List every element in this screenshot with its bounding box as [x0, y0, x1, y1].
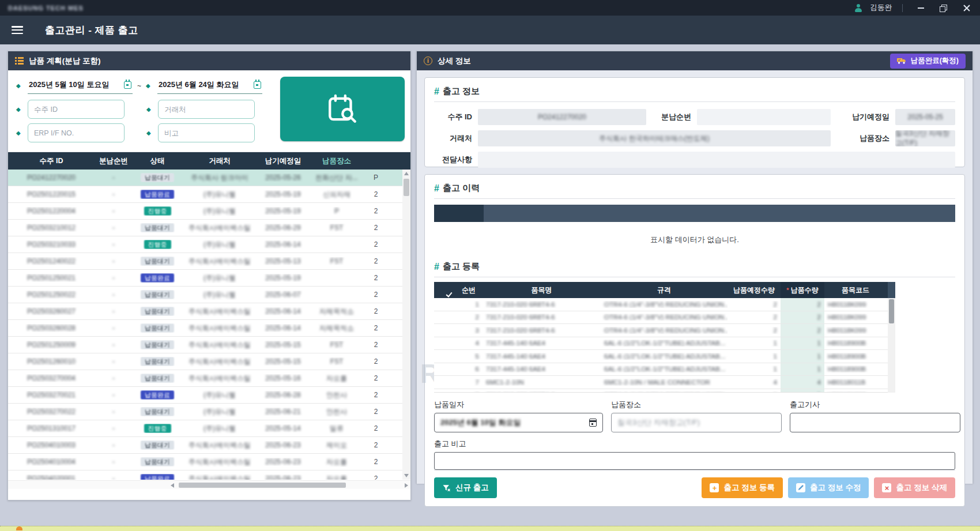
- scrollbar-thumb[interactable]: [179, 483, 346, 488]
- action-buttons: 신규 출고 + 출고 정보 등록 출고 정보 수정 × 출고 정보 삭제: [434, 470, 955, 498]
- status-badge: 납품대기: [141, 173, 174, 182]
- table-row[interactable]: PO2503260028-납품대기주식회사에이팩스틸2025-06-14자체목적…: [8, 320, 410, 337]
- search-button[interactable]: [280, 77, 405, 141]
- minimize-button[interactable]: [913, 2, 928, 14]
- order-id-input[interactable]: [28, 100, 125, 119]
- calendar-icon[interactable]: [589, 419, 597, 427]
- horizontal-scrollbar[interactable]: [8, 480, 410, 489]
- calendar-icon[interactable]: [124, 81, 131, 89]
- table-row[interactable]: PO2503260027-납품대기주식회사에이팩스틸2025-06-14자체목적…: [8, 303, 410, 320]
- cell: 전화산단 자...: [309, 173, 364, 183]
- cell: 8: [455, 391, 483, 393]
- delivery-confirm-button[interactable]: 납품완료(확정): [890, 54, 966, 69]
- cell: PO2503260027: [8, 307, 95, 315]
- table-row[interactable]: PO2501240022-납품대기주식회사에이팩스틸2025-05-13FST2: [8, 253, 410, 270]
- cell: P: [364, 174, 387, 182]
- delete-info-button[interactable]: × 출고 정보 삭제: [874, 477, 955, 498]
- table-row[interactable]: PO2503270021-납품완료(주)유니웰2025-06-28안전사2: [8, 387, 410, 404]
- modify-info-button[interactable]: 출고 정보 수정: [788, 477, 869, 498]
- page-title: 출고관리 - 제품 출고: [45, 24, 138, 37]
- new-shipment-button[interactable]: 신규 출고: [434, 477, 497, 498]
- cell: 2: [364, 257, 387, 265]
- register-vertical-scrollbar[interactable]: [888, 298, 895, 393]
- cell: 자요를: [309, 374, 364, 383]
- close-button[interactable]: [959, 2, 974, 14]
- table-row[interactable]: PO2501310017-진행중(주)유니웰2025-05-14밀류2: [8, 420, 410, 437]
- register-info-button[interactable]: + 출고 정보 등록: [702, 477, 783, 498]
- cell: 7317-210-020 6R8T4-6: [483, 391, 601, 393]
- scroll-up-icon[interactable]: [404, 172, 409, 175]
- note-input[interactable]: [158, 123, 255, 142]
- table-row[interactable]: 76MC1-2-10N6MC1-2-10N / MALE CONNECTOR44…: [434, 376, 895, 389]
- cell: -: [95, 424, 133, 432]
- cell: 2: [364, 341, 387, 349]
- table-row[interactable]: PO2501250021-납품완료(주)유니웰2025-05-192: [8, 270, 410, 287]
- table-row[interactable]: 87317-210-020 6R8T4-6OTR4-6 (1/4"-3/8"V)…: [434, 389, 895, 393]
- table-row[interactable]: 17317-210-020 6R8T4-6OTR4-6 (1/4"-3/8"V)…: [434, 298, 895, 311]
- restore-button[interactable]: [936, 2, 951, 14]
- driver-input[interactable]: [790, 413, 960, 432]
- pencil-icon: [796, 483, 805, 492]
- bullet-icon: ◆: [16, 106, 24, 112]
- table-row[interactable]: PO2504020001-납품완료주식회사에이팩스틸2025-06-23자요를2: [8, 470, 410, 480]
- delivery-date-input[interactable]: 2025년 6월 10일 화요일: [434, 413, 603, 432]
- vertical-scrollbar[interactable]: [402, 170, 410, 480]
- table-row[interactable]: PO2504010003-납품대기주식회사에이팩스틸2025-06-23제이오2: [8, 437, 410, 454]
- cell: FST: [309, 224, 364, 232]
- cell: 납품대기: [133, 407, 182, 416]
- menu-icon[interactable]: [12, 26, 23, 34]
- cell: 3: [455, 327, 483, 334]
- cell: -: [95, 307, 133, 315]
- table-row[interactable]: PO2504010004-납품대기주식회사에이팩스틸2025-06-23자요를2: [8, 454, 410, 470]
- table-row[interactable]: 47317-445-140 6AE46AL-6 (1/2"LOK-1/2"TUB…: [434, 337, 895, 351]
- bullet-icon: ◆: [16, 130, 24, 136]
- cell: 2: [364, 307, 387, 315]
- truck-icon: [897, 57, 907, 65]
- table-row[interactable]: PO2503210012-납품대기주식회사에이팩스틸2025-06-29FST2: [8, 220, 410, 236]
- table-row[interactable]: PO2501220015-납품완료(주)유니웰2025-05-19신의자재2: [8, 186, 410, 203]
- cell: (주)유니웰: [182, 290, 257, 300]
- bullet-icon: ◆: [16, 82, 24, 89]
- delivery-place-input[interactable]: 칠곡3산단 자재창고(T/F): [611, 413, 782, 432]
- calendar-icon[interactable]: [254, 81, 261, 89]
- memo-input[interactable]: [434, 452, 955, 470]
- customer-input[interactable]: [158, 100, 255, 119]
- scroll-right-icon[interactable]: [405, 483, 408, 488]
- delivery-plan-title: 납품 계획(분납 포함): [29, 56, 101, 66]
- scroll-down-icon[interactable]: [404, 474, 409, 477]
- plus-icon: +: [710, 483, 719, 492]
- delivery-plan-header: 납품 계획(분납 포함): [8, 51, 410, 70]
- status-badge: 납품대기: [141, 307, 174, 316]
- cell: 2: [364, 357, 387, 366]
- table-row[interactable]: 37317-210-020 6R8T4-6OTR4-6 (1/4"-3/8"V)…: [434, 324, 895, 337]
- status-badge: 납품대기: [141, 257, 174, 266]
- scroll-left-icon[interactable]: [171, 483, 174, 488]
- scrollbar-thumb[interactable]: [889, 299, 894, 323]
- cell: 2025-06-21: [257, 408, 309, 416]
- titlebar-divider: [902, 4, 903, 12]
- cell: 6AL-6 (1/2"LOK-1/2"TUBE) ADJUSTAB...: [601, 366, 728, 372]
- table-row[interactable]: PO2503270004-납품대기주식회사에이팩스틸2025-05-16자요를2: [8, 370, 410, 387]
- table-row[interactable]: 67317-445-140 6AE46AL-6 (1/2"LOK-1/2"TUB…: [434, 363, 895, 376]
- date-from-field[interactable]: 2025년 5월 10일 토요일: [28, 77, 133, 94]
- table-row[interactable]: PO2501250009-납품대기주식회사에이팩스틸2025-05-15FST2: [8, 337, 410, 353]
- erp-if-no-input[interactable]: [28, 123, 125, 142]
- table-row[interactable]: PO2501260010-납품대기주식회사에이팩스틸2025-05-15FST2: [8, 353, 410, 370]
- cell: 4: [781, 376, 824, 389]
- table-row[interactable]: 57317-445-140 6AE46AL-6 (1/2"LOK-1/2"TUB…: [434, 350, 895, 363]
- table-row[interactable]: PO2501220004-진행중(주)유니웰2025-05-19P2: [8, 203, 410, 220]
- table-row[interactable]: PO2503210033-진행중(주)유니웰2025-06-142: [8, 236, 410, 253]
- table-row[interactable]: 27317-210-020 6R8T4-6OTR4-6 (1/4"-3/8"V)…: [434, 311, 895, 325]
- required-marker: *: [786, 287, 789, 293]
- table-row[interactable]: PO2501250022-납품대기(주)유니웰2025-06-072: [8, 287, 410, 303]
- status-badge: 납품완료: [141, 390, 174, 400]
- table-row[interactable]: PO2412270020-납품대기주식회사 링크아이2025-05-26전화산단…: [8, 170, 410, 186]
- date-to-value: 2025년 6월 24일 화요일: [159, 80, 239, 90]
- cell: 2025-05-16: [257, 374, 309, 382]
- date-to-field[interactable]: 2025년 6월 24일 화요일: [157, 77, 262, 94]
- cell: 2025-06-14: [257, 307, 309, 315]
- table-row[interactable]: PO2503270022-납품대기(주)유니웰2025-06-21안전사2: [8, 404, 410, 420]
- scrollbar-thumb[interactable]: [404, 179, 409, 196]
- cell: PO2503270022: [8, 408, 95, 416]
- cell: -: [95, 240, 133, 248]
